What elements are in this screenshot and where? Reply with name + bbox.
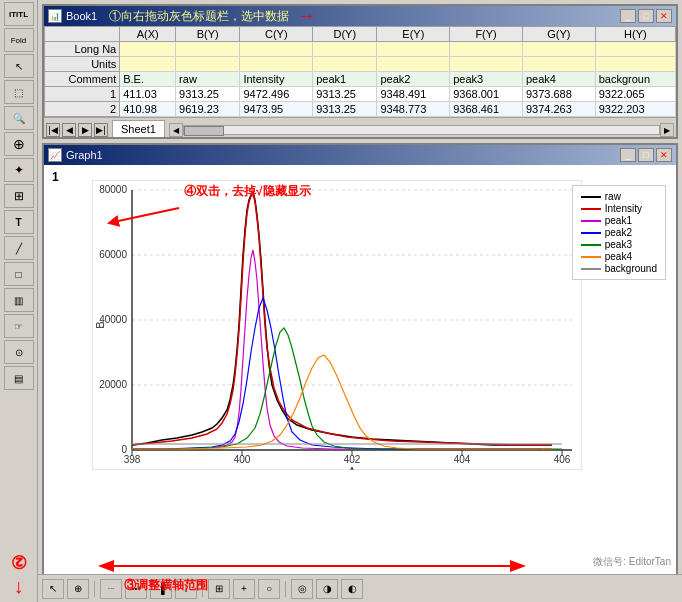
- graph-close-btn[interactable]: ✕: [656, 148, 672, 162]
- cell-1-b[interactable]: 9313.25: [176, 87, 240, 102]
- cell-2-f[interactable]: 9368.461: [450, 102, 523, 117]
- toolbar-tools3[interactable]: ⊞: [4, 184, 34, 208]
- col-header-c[interactable]: C(Y): [240, 27, 313, 42]
- comment-peak2[interactable]: peak2: [377, 72, 450, 87]
- units-d[interactable]: [313, 57, 377, 72]
- long-name-h[interactable]: [595, 42, 675, 57]
- scroll-thumb[interactable]: [184, 126, 224, 136]
- toolbar-zoom[interactable]: 🔍: [4, 106, 34, 130]
- toolbar-fold[interactable]: Fold: [4, 28, 34, 52]
- toolbar-ititl[interactable]: ITITL: [4, 2, 34, 26]
- cell-2-h[interactable]: 9322.203: [595, 102, 675, 117]
- toolbar-extra[interactable]: ▤: [4, 366, 34, 390]
- tab-nav-next[interactable]: ▶: [78, 123, 92, 137]
- col-header-b[interactable]: B(Y): [176, 27, 240, 42]
- tab-nav-last[interactable]: ▶|: [94, 123, 108, 137]
- toolbar-arrow[interactable]: ↖: [4, 54, 34, 78]
- toolbar-hand[interactable]: ☞: [4, 314, 34, 338]
- toolbar-shape[interactable]: □: [4, 262, 34, 286]
- cell-2-a[interactable]: 410.98: [120, 102, 176, 117]
- cell-1-f[interactable]: 9368.001: [450, 87, 523, 102]
- graph-number: 1: [52, 170, 59, 184]
- col-header-f[interactable]: F(Y): [450, 27, 523, 42]
- toolbar-region[interactable]: ▥: [4, 288, 34, 312]
- cell-1-c[interactable]: 9472.496: [240, 87, 313, 102]
- scroll-right-btn[interactable]: ▶: [660, 123, 674, 137]
- bottom-bar-btn[interactable]: ▐: [150, 579, 172, 599]
- col-header-h[interactable]: H(Y): [595, 27, 675, 42]
- long-name-c[interactable]: [240, 42, 313, 57]
- units-h[interactable]: [595, 57, 675, 72]
- spreadsheet-window: 📊 Book1 ①向右拖动灰色标题栏，选中数据 → _ □ ✕ A(X) B(Y…: [42, 4, 678, 139]
- long-name-g[interactable]: [522, 42, 595, 57]
- bottom-zoom-btn[interactable]: ⊕: [67, 579, 89, 599]
- bottom-tool2-btn[interactable]: ◑: [316, 579, 338, 599]
- comment-peak1[interactable]: peak1: [313, 72, 377, 87]
- cell-2-c[interactable]: 9473.95: [240, 102, 313, 117]
- legend-label-peak2: peak2: [605, 227, 632, 238]
- units-f[interactable]: [450, 57, 523, 72]
- spreadsheet-titlebar[interactable]: 📊 Book1 ①向右拖动灰色标题栏，选中数据 → _ □ ✕: [44, 6, 676, 26]
- comment-peak4[interactable]: peak4: [522, 72, 595, 87]
- bottom-table-btn[interactable]: ⊞: [208, 579, 230, 599]
- sheet-tab-1[interactable]: Sheet1: [112, 120, 165, 137]
- maximize-button[interactable]: □: [638, 9, 654, 23]
- bottom-dots1-btn[interactable]: ···: [100, 579, 122, 599]
- long-name-f[interactable]: [450, 42, 523, 57]
- cell-2-b[interactable]: 9619.23: [176, 102, 240, 117]
- legend-label-intensity: Intensity: [605, 203, 642, 214]
- tab-nav-prev[interactable]: ◀: [62, 123, 76, 137]
- comment-peak3[interactable]: peak3: [450, 72, 523, 87]
- comment-raw[interactable]: raw: [176, 72, 240, 87]
- toolbar-line[interactable]: ╱: [4, 236, 34, 260]
- units-g[interactable]: [522, 57, 595, 72]
- spreadsheet-annotation: ①向右拖动灰色标题栏，选中数据: [109, 8, 289, 25]
- col-header-e[interactable]: E(Y): [377, 27, 450, 42]
- comment-intensity[interactable]: Intensity: [240, 72, 313, 87]
- graph-titlebar[interactable]: 📈 Graph1 _ □ ✕: [44, 145, 676, 165]
- bottom-arrow-btn[interactable]: ↓: [175, 579, 197, 599]
- toolbar-T[interactable]: T: [4, 210, 34, 234]
- toolbar-zoom2[interactable]: ⊙: [4, 340, 34, 364]
- long-name-d[interactable]: [313, 42, 377, 57]
- minimize-button[interactable]: _: [620, 9, 636, 23]
- toolbar-select[interactable]: ⬚: [4, 80, 34, 104]
- cell-1-e[interactable]: 9348.491: [377, 87, 450, 102]
- legend-line-peak2: [581, 232, 601, 234]
- col-header-g[interactable]: G(Y): [522, 27, 595, 42]
- bottom-circle-btn[interactable]: ○: [258, 579, 280, 599]
- units-b[interactable]: [176, 57, 240, 72]
- separator-1: [94, 581, 95, 597]
- bottom-plus-btn[interactable]: +: [233, 579, 255, 599]
- tab-nav-first[interactable]: |◀: [46, 123, 60, 137]
- legend-line-peak4: [581, 256, 601, 258]
- bottom-cursor-btn[interactable]: ↖: [42, 579, 64, 599]
- cell-1-g[interactable]: 9373.688: [522, 87, 595, 102]
- scroll-left-btn[interactable]: ◀: [169, 123, 183, 137]
- toolbar-tools2[interactable]: ✦: [4, 158, 34, 182]
- graph-minimize-btn[interactable]: _: [620, 148, 636, 162]
- long-name-e[interactable]: [377, 42, 450, 57]
- units-e[interactable]: [377, 57, 450, 72]
- close-button[interactable]: ✕: [656, 9, 672, 23]
- bottom-dots2-btn[interactable]: •••: [125, 579, 147, 599]
- long-name-b[interactable]: [176, 42, 240, 57]
- toolbar-tools1[interactable]: ⊕: [4, 132, 34, 156]
- cell-1-a[interactable]: 411.03: [120, 87, 176, 102]
- units-a[interactable]: [120, 57, 176, 72]
- scroll-track[interactable]: [183, 125, 660, 135]
- col-header-d[interactable]: D(Y): [313, 27, 377, 42]
- comment-background[interactable]: backgroun: [595, 72, 675, 87]
- long-name-a[interactable]: [120, 42, 176, 57]
- cell-1-d[interactable]: 9313.25: [313, 87, 377, 102]
- cell-2-g[interactable]: 9374.263: [522, 102, 595, 117]
- comment-be[interactable]: B.E.: [120, 72, 176, 87]
- bottom-tool1-btn[interactable]: ◎: [291, 579, 313, 599]
- cell-1-h[interactable]: 9322.065: [595, 87, 675, 102]
- cell-2-d[interactable]: 9313.25: [313, 102, 377, 117]
- graph-maximize-btn[interactable]: □: [638, 148, 654, 162]
- units-c[interactable]: [240, 57, 313, 72]
- col-header-a[interactable]: A(X): [120, 27, 176, 42]
- bottom-tool3-btn[interactable]: ◐: [341, 579, 363, 599]
- cell-2-e[interactable]: 9348.773: [377, 102, 450, 117]
